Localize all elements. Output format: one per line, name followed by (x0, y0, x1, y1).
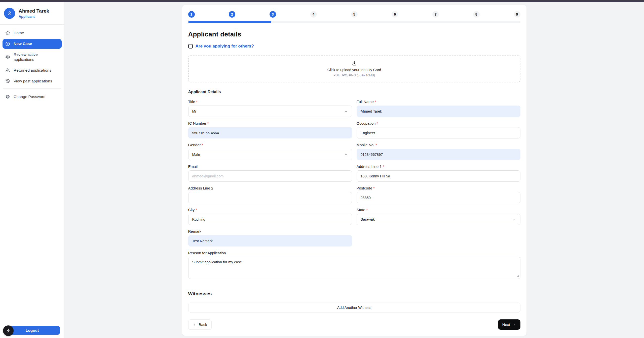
address-line-1-input[interactable] (357, 170, 520, 182)
reason-textarea[interactable]: Submit application for my case (188, 257, 520, 279)
field-mobile: Mobile No.* (357, 143, 520, 160)
home-icon (5, 30, 10, 36)
apply-for-others-row: Are you applying for others? (188, 44, 520, 49)
upload-title: Click to upload your Identity Card (327, 68, 381, 72)
field-title: Title* Mr (188, 100, 352, 117)
field-label-text: Remark (188, 229, 202, 233)
remark-input[interactable] (188, 235, 352, 247)
identity-card-upload[interactable]: Click to upload your Identity Card PDF, … (188, 55, 520, 82)
field-full-name: Full Name* (357, 100, 520, 117)
field-state: State* Sarawak (357, 208, 520, 225)
sidebar-item-home[interactable]: Home (3, 28, 62, 38)
page-title: Applicant details (188, 30, 520, 38)
lightning-badge[interactable] (3, 325, 14, 336)
sidebar-nav: Home New Case Review act (0, 25, 64, 102)
stepper-step-9[interactable]: 9 (514, 11, 520, 18)
section-title: Applicant Details (188, 90, 520, 94)
address-line-2-input[interactable] (188, 192, 352, 203)
stepper-step-1[interactable]: 1 (188, 11, 195, 18)
main-content: 123456789 Applicant details Are you appl… (64, 2, 644, 338)
field-remark: Remark (188, 229, 352, 247)
stepper-step-6[interactable]: 6 (392, 11, 398, 18)
gender-select-value: Male (192, 153, 200, 157)
full-name-input[interactable] (357, 106, 520, 117)
sidebar-item-label: Home (14, 30, 24, 35)
ic-number-input[interactable] (188, 127, 352, 138)
sidebar-item-change-password[interactable]: Change Password (3, 92, 62, 102)
city-input[interactable] (188, 214, 352, 225)
sidebar-item-returned-applications[interactable]: Returned applications (3, 65, 62, 75)
field-address2: Address Line 2 (188, 186, 352, 203)
field-label: Address Line 1* (357, 164, 520, 169)
stepper-step-4[interactable]: 4 (310, 11, 317, 18)
field-label-text: Gender (188, 143, 201, 147)
form-footer: Back Next (188, 319, 520, 330)
field-label: Gender* (188, 143, 352, 147)
stepper-step-8[interactable]: 8 (473, 11, 480, 18)
plus-circle-icon (5, 41, 10, 46)
field-label-text: Email (188, 164, 198, 169)
next-button-label: Next (502, 322, 510, 327)
required-asterisk: * (196, 208, 197, 212)
field-label-text: Title (188, 100, 195, 104)
add-witness-button[interactable]: Add Another Witness (188, 303, 520, 312)
field-email: Email (188, 164, 352, 182)
field-label: IC Number* (188, 121, 352, 125)
stepper-step-5[interactable]: 5 (351, 11, 358, 18)
apply-for-others-checkbox[interactable] (188, 44, 193, 49)
witnesses-title: Witnesses (188, 291, 520, 297)
sidebar-item-label: Returned applications (14, 68, 51, 73)
nav-divider (3, 88, 61, 89)
gender-select[interactable]: Male (188, 149, 352, 160)
chevron-right-icon (512, 323, 516, 326)
field-reason: Reason for Application Submit applicatio… (188, 251, 520, 279)
chevron-down-icon (344, 109, 348, 113)
stepper-step-3[interactable]: 3 (270, 11, 276, 18)
sidebar-item-view-past-applications[interactable]: View past applications (3, 76, 62, 86)
required-asterisk: * (375, 100, 376, 104)
field-postcode: Postcode* (357, 186, 520, 203)
warning-triangle-icon (5, 68, 10, 73)
stepper-step-2[interactable]: 2 (229, 11, 235, 18)
field-label: Email (188, 164, 352, 169)
scales-icon (5, 55, 10, 60)
sidebar: Ahmed Tarek Applicant Home (0, 2, 64, 338)
field-occupation: Occupation* (357, 121, 520, 138)
user-role: Applicant (19, 15, 49, 19)
upload-hint: PDF, JPG, PNG (up to 10MB) (333, 74, 375, 77)
history-icon (5, 78, 10, 84)
field-city: City* (188, 208, 352, 225)
title-select-value: Mr (192, 109, 197, 113)
next-button[interactable]: Next (498, 319, 520, 330)
title-select[interactable]: Mr (188, 106, 352, 117)
download-icon (352, 61, 357, 66)
lightning-icon (6, 328, 11, 333)
field-label: Address Line 2 (188, 186, 352, 190)
required-asterisk: * (375, 143, 377, 147)
apply-for-others-label[interactable]: Are you applying for others? (196, 44, 254, 49)
sidebar-item-review-active-applications[interactable]: Review active applications (3, 50, 62, 64)
applicant-form: Title* Mr Full Name* IC Number* Occupati… (188, 100, 520, 247)
state-select[interactable]: Sarawak (357, 214, 520, 225)
email-input[interactable] (188, 170, 352, 182)
field-gender: Gender* Male (188, 143, 352, 160)
stepper-progress-track (188, 21, 520, 23)
mobile-input[interactable] (357, 149, 520, 160)
chevron-down-icon (344, 153, 348, 157)
stepper: 123456789 (188, 11, 520, 18)
stepper-step-7[interactable]: 7 (432, 11, 439, 18)
postcode-input[interactable] (357, 192, 520, 203)
field-label: Mobile No.* (357, 143, 520, 147)
avatar (4, 8, 15, 19)
occupation-input[interactable] (357, 127, 520, 138)
field-label: Full Name* (357, 100, 520, 104)
chevron-left-icon (193, 323, 197, 326)
field-label-text: Address Line 1 (357, 164, 382, 169)
back-button[interactable]: Back (188, 319, 212, 330)
field-label-text: IC Number (188, 121, 207, 125)
required-asterisk: * (366, 208, 368, 212)
resize-grip-icon[interactable] (516, 275, 519, 277)
sidebar-item-new-case[interactable]: New Case (3, 39, 62, 49)
state-select-value: Sarawak (361, 217, 375, 221)
user-name: Ahmed Tarek (19, 8, 49, 14)
